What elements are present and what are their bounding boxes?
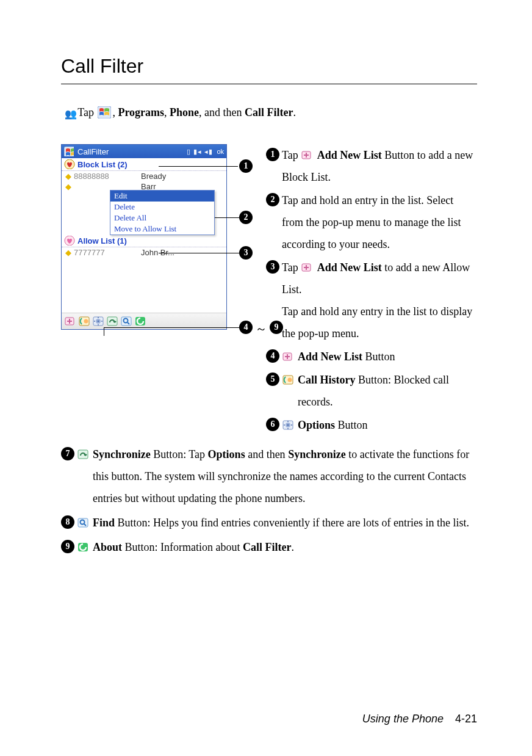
explanation-list-continued: 7 Synchronize Button: Tap Options and th… (61, 443, 477, 558)
context-menu[interactable]: Edit Delete Delete All Move to Allow Lis… (110, 190, 215, 235)
list-item[interactable]: ◆ 88888888 Bready (62, 171, 226, 181)
menu-move-to-allow[interactable]: Move to Allow List (110, 224, 214, 234)
synchronize-icon[interactable] (106, 315, 118, 327)
bullet-8: 8 (61, 515, 74, 529)
intro-line: 👥 Tap , Programs, Phone, and then Call F… (65, 106, 477, 120)
start-flag-icon[interactable] (64, 147, 74, 156)
bullet-7: 7 (61, 447, 74, 460)
options-icon[interactable] (92, 315, 104, 327)
menu-edit[interactable]: Edit (110, 191, 214, 202)
start-flag-icon (98, 106, 111, 118)
screenshot: CallFilter ▯ ▮◂ ◂▮ ok Block List (2) ◆ 8… (61, 144, 251, 330)
bullet-5: 5 (266, 373, 279, 386)
allow-list-header[interactable]: Allow List (1) (62, 234, 226, 247)
bullet-4: 4 (266, 349, 279, 363)
allow-heart-icon (64, 236, 75, 245)
callout-4: 4 (239, 321, 253, 334)
add-new-list-icon[interactable] (64, 315, 76, 327)
bullet-3: 3 (266, 260, 279, 274)
call-history-icon[interactable] (78, 315, 90, 327)
call-history-icon (282, 374, 295, 386)
callout-9: 9 (270, 321, 283, 334)
find-icon (77, 517, 90, 529)
find-icon[interactable] (120, 315, 132, 327)
footer-page-number: 4-21 (455, 713, 477, 725)
titlebar: CallFilter ▯ ▮◂ ◂▮ ok (62, 145, 226, 158)
explanation-list: 1 Tap Add New List Button to add a new B… (266, 144, 477, 437)
bullet-6: 6 (266, 418, 279, 431)
divider (61, 84, 477, 84)
menu-delete[interactable]: Delete (110, 202, 214, 213)
callout-1: 1 (239, 159, 253, 173)
footer-section: Using the Phone (362, 713, 444, 725)
options-icon (282, 419, 295, 431)
status-icons: ▯ ▮◂ ◂▮ (187, 148, 213, 156)
about-icon[interactable] (134, 315, 146, 327)
app-title: CallFilter (77, 147, 109, 156)
ok-button[interactable]: ok (217, 148, 224, 155)
footer: Using the Phone 4-21 (362, 713, 477, 725)
bullet-2: 2 (266, 193, 279, 206)
callout-tilde: ～ (255, 321, 267, 337)
toolbar (62, 313, 226, 329)
callout-2: 2 (239, 211, 253, 224)
page-title: Call Filter (61, 55, 477, 78)
callout-3: 3 (239, 246, 253, 260)
block-heart-icon (64, 159, 75, 169)
bullet-9: 9 (61, 540, 74, 553)
block-list-header[interactable]: Block List (2) (62, 158, 226, 171)
people-icon: 👥 (65, 108, 75, 120)
add-new-list-icon (301, 149, 314, 161)
add-new-list-icon (301, 261, 314, 274)
about-icon (77, 541, 90, 553)
synchronize-icon (77, 448, 90, 460)
bullet-1: 1 (266, 148, 279, 161)
menu-delete-all[interactable]: Delete All (110, 213, 214, 224)
add-new-list-icon (282, 351, 295, 363)
